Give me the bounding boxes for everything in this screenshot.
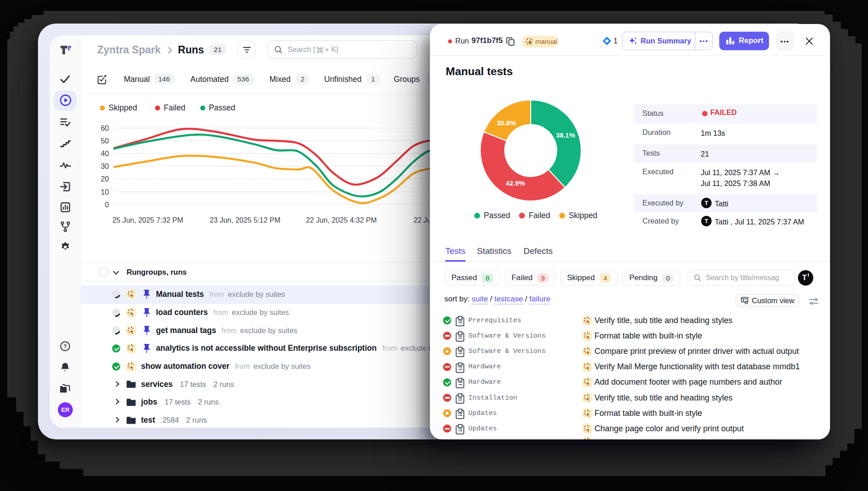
svg-text:23 Jun, 2025 5:12 PM: 23 Jun, 2025 5:12 PM xyxy=(210,216,281,224)
svg-text:?: ? xyxy=(63,343,67,350)
svg-text:60: 60 xyxy=(101,124,109,132)
svg-text:0: 0 xyxy=(105,200,109,209)
svg-text:25 Jun, 2025 7:32 PM: 25 Jun, 2025 7:32 PM xyxy=(113,216,184,224)
svg-text:42.9%: 42.9% xyxy=(506,179,525,187)
svg-text:22 Jun, 2025 4:32 PM: 22 Jun, 2025 4:32 PM xyxy=(306,216,377,224)
svg-text:20: 20 xyxy=(101,175,109,183)
svg-text:30: 30 xyxy=(101,162,109,170)
svg-text:30.8%: 30.8% xyxy=(497,119,516,127)
svg-text:38.1%: 38.1% xyxy=(556,131,576,139)
svg-text:50: 50 xyxy=(101,137,109,145)
svg-text:40: 40 xyxy=(101,149,109,157)
svg-text:10: 10 xyxy=(101,188,109,196)
